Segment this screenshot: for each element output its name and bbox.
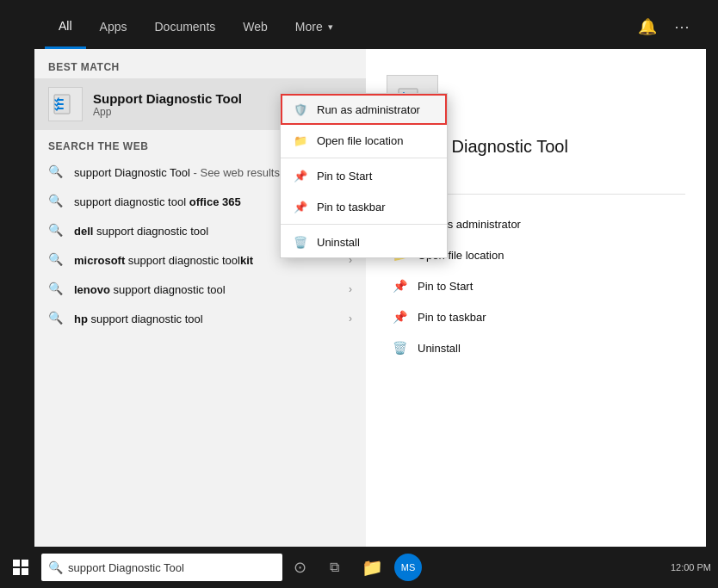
context-folder-icon: 📁 xyxy=(293,133,308,148)
user-avatar: MS xyxy=(394,554,422,581)
taskbar-right: 12:00 PM xyxy=(671,562,718,573)
more-icon[interactable]: ⋯ xyxy=(668,13,696,40)
tab-apps[interactable]: Apps xyxy=(86,4,141,49)
search-icon-2: 🔍 xyxy=(48,194,64,209)
context-pin-taskbar-icon: 📌 xyxy=(293,199,308,214)
tab-more[interactable]: More ▾ xyxy=(282,4,347,49)
context-label-pin-start: Pin to Start xyxy=(317,170,372,183)
chevron-right-icon-6: › xyxy=(349,313,352,325)
context-label-pin-taskbar: Pin to taskbar xyxy=(317,201,386,214)
tab-documents[interactable]: Documents xyxy=(140,4,229,49)
taskbar-avatar-icon[interactable]: MS xyxy=(391,547,425,588)
windows-icon xyxy=(13,560,28,575)
context-label-run: Run as administrator xyxy=(317,103,420,116)
task-view-button[interactable]: ⧉ xyxy=(317,547,351,588)
taskbar: 🔍 ⊙ ⧉ 📁 MS 12:00 PM xyxy=(0,547,718,588)
context-menu: 🛡️ Run as administrator 📁 Open file loca… xyxy=(280,93,448,258)
feedback-icon[interactable]: 🔔 xyxy=(634,13,661,40)
best-match-text: Support Diagnostic Tool App xyxy=(93,91,242,118)
best-match-subtitle: App xyxy=(93,106,242,118)
app-icon xyxy=(48,87,83,121)
context-shield-icon: 🛡️ xyxy=(293,102,308,117)
nav-right: 🔔 ⋯ xyxy=(634,13,696,40)
tab-all[interactable]: All xyxy=(45,4,86,49)
context-menu-item-run[interactable]: 🛡️ Run as administrator xyxy=(281,94,447,125)
taskbar-time: 12:00 PM xyxy=(671,562,711,573)
tab-web[interactable]: Web xyxy=(229,4,282,49)
best-match-label: Best match xyxy=(34,49,366,78)
context-menu-item-pin-taskbar[interactable]: 📌 Pin to taskbar xyxy=(281,191,447,222)
taskbar-search-box[interactable]: 🔍 xyxy=(41,554,282,581)
context-pin-start-icon: 📌 xyxy=(293,168,308,183)
right-panel-action-pin-start[interactable]: 📌 Pin to Start xyxy=(387,270,685,301)
search-result-text-6: hp support diagnostic tool xyxy=(74,313,338,325)
search-icon-taskbar: 🔍 xyxy=(48,560,63,574)
context-menu-item-open[interactable]: 📁 Open file location xyxy=(281,125,447,156)
cortana-button[interactable]: ⊙ xyxy=(282,547,317,588)
search-result-text-5: lenovo support diagnostic tool xyxy=(74,283,338,296)
context-trash-icon: 🗑️ xyxy=(293,234,308,250)
context-menu-item-pin-start[interactable]: 📌 Pin to Start xyxy=(281,160,447,191)
right-panel-action-uninstall[interactable]: 🗑️ Uninstall xyxy=(387,332,685,363)
action-label-pin-start: Pin to Start xyxy=(418,280,473,293)
chevron-right-icon-5: › xyxy=(349,283,352,295)
action-label-pin-taskbar: Pin to taskbar xyxy=(418,311,486,324)
context-label-open: Open file location xyxy=(317,134,403,147)
chevron-down-icon: ▾ xyxy=(328,22,333,33)
context-label-uninstall: Uninstall xyxy=(317,236,360,249)
context-divider-2 xyxy=(281,224,447,225)
search-icon-3: 🔍 xyxy=(48,223,64,238)
trash-icon: 🗑️ xyxy=(390,338,409,357)
pin-taskbar-icon: 📌 xyxy=(390,307,409,326)
start-button[interactable] xyxy=(0,547,41,588)
taskbar-file-explorer[interactable]: 📁 xyxy=(355,547,389,588)
search-icon-5: 🔍 xyxy=(48,282,64,297)
context-divider xyxy=(281,158,447,158)
best-match-title: Support Diagnostic Tool xyxy=(93,91,242,106)
search-nav: All Apps Documents Web More ▾ 🔔 ⋯ xyxy=(34,4,706,49)
search-icon-6: 🔍 xyxy=(48,311,64,326)
right-panel-action-pin-taskbar[interactable]: 📌 Pin to taskbar xyxy=(387,301,685,332)
context-menu-item-uninstall[interactable]: 🗑️ Uninstall xyxy=(281,226,447,257)
search-result-item-5[interactable]: 🔍 lenovo support diagnostic tool › xyxy=(34,275,366,304)
action-label-uninstall: Uninstall xyxy=(418,342,461,355)
pin-start-icon: 📌 xyxy=(390,276,409,295)
search-input[interactable] xyxy=(68,561,275,574)
taskbar-pinned-icons: 📁 MS xyxy=(355,547,425,588)
start-menu: All Apps Documents Web More ▾ 🔔 ⋯ Best m… xyxy=(34,4,706,547)
search-icon-4: 🔍 xyxy=(48,252,64,268)
search-icon: 🔍 xyxy=(48,164,64,180)
search-result-item-6[interactable]: 🔍 hp support diagnostic tool › xyxy=(34,304,366,333)
